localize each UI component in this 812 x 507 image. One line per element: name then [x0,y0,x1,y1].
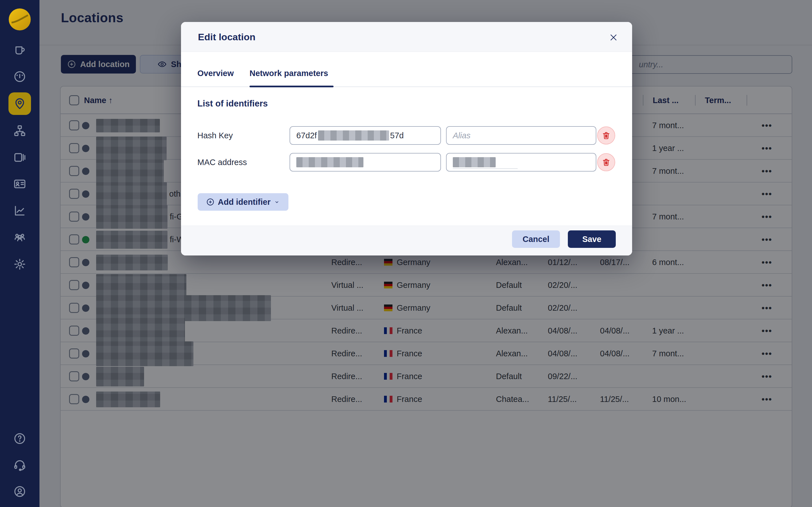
sidebar-item-headset[interactable] [8,454,31,476]
hash-key-input[interactable]: 67d2f 57d [290,126,441,145]
gear-icon [13,258,26,271]
mac-alias-input[interactable] [446,153,596,172]
mug-icon [13,44,26,57]
sitemap-icon [13,124,26,137]
hash-key-value-suffix: 57d [390,131,404,140]
modal-title: Edit location [198,22,255,52]
sidebar-item-account[interactable] [8,480,31,503]
close-icon[interactable] [607,31,620,44]
hash-key-alias-input[interactable]: Alias [446,126,596,145]
active-tab-indicator [250,86,334,87]
account-icon [13,485,26,498]
line-chart-icon [13,204,26,217]
trash-icon [602,131,611,140]
sidebar-item-mug[interactable] [8,39,31,61]
sidebar-item-location-pin[interactable] [8,93,31,115]
mac-address-label: MAC address [197,153,247,172]
sidebar-item-help[interactable] [8,427,31,450]
edit-location-modal: Edit location Overview Network parameter… [181,22,632,256]
redacted-mac-blur [296,157,363,167]
tabs-underline [181,87,632,87]
sidebar-item-sitemap[interactable] [8,119,31,142]
add-identifier-button[interactable]: Add identifier [198,193,289,211]
sidebar [0,0,40,507]
sidebar-item-id-card[interactable] [8,173,31,195]
hash-key-value-prefix: 67d2f [296,131,317,140]
mac-address-input[interactable] [290,153,441,172]
modal-footer: Cancel Save [181,226,632,256]
kiosk-icon [13,151,26,164]
id-card-icon [13,177,26,190]
delete-mac-address-button[interactable] [597,153,615,171]
help-icon [13,432,26,445]
section-title: List of identifiers [197,99,268,109]
alias-underline [453,168,518,169]
sidebar-item-gear[interactable] [8,253,31,276]
cancel-button[interactable]: Cancel [512,230,560,248]
tab-overview[interactable]: Overview [197,64,234,82]
sidebar-item-gauge[interactable] [8,65,31,88]
hash-key-label: Hash Key [197,126,233,145]
users-icon [13,231,26,244]
save-button[interactable]: Save [568,230,616,248]
redacted-hash-blur [318,130,389,140]
redacted-alias-blur [453,157,496,167]
app-logo-icon[interactable] [9,8,31,31]
sidebar-item-kiosk[interactable] [8,146,31,169]
location-pin-icon [13,97,26,110]
plus-circle-icon [206,198,214,206]
tab-network-parameters[interactable]: Network parameters [250,64,328,82]
chevron-down-icon [274,199,280,205]
gauge-icon [13,70,26,83]
sidebar-item-line-chart[interactable] [8,200,31,222]
trash-icon [602,158,611,167]
delete-hash-key-button[interactable] [597,126,615,145]
alias-placeholder: Alias [453,131,470,140]
modal-header: Edit location [181,22,632,52]
sidebar-item-users[interactable] [8,226,31,248]
headset-icon [13,459,26,471]
